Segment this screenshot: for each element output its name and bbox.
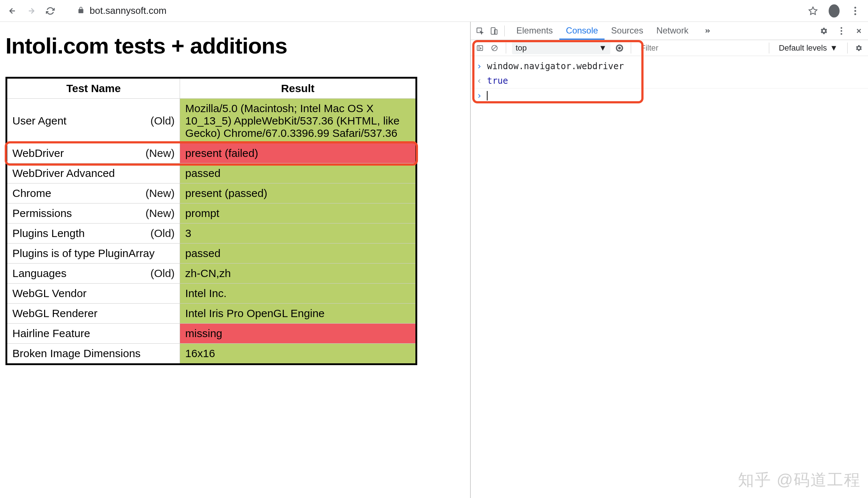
table-row: User Agent(Old)Mozilla/5.0 (Macintosh; I… [7,99,417,143]
devtools-menu-icon[interactable] [836,25,847,36]
table-row: Plugins is of type PluginArraypassed [7,244,417,264]
test-name-cell: WebDriver(New) [7,143,180,163]
console-output-line: ‹ true [471,74,868,88]
console-settings-icon[interactable] [853,43,864,54]
table-row: Plugins Length(Old)3 [7,224,417,244]
devtools-tab-sources[interactable]: Sources [605,22,650,40]
test-tag: (Old) [150,267,175,280]
test-name: WebGL Renderer [12,307,97,320]
device-toggle-icon[interactable] [488,25,499,36]
devtools-tab-elements[interactable]: Elements [510,22,559,40]
more-tabs-icon[interactable] [701,25,712,36]
svg-line-13 [493,46,496,50]
test-result-cell: 3 [180,224,417,244]
page-title: Intoli.com tests + additions [4,33,466,59]
test-name: Languages [12,267,66,280]
test-result-cell: Mozilla/5.0 (Macintosh; Intel Mac OS X 1… [180,99,417,143]
devtools-close-icon[interactable] [853,25,864,36]
bookmark-star-icon[interactable] [808,5,818,16]
test-name-cell: Permissions(New) [7,203,180,224]
test-result-cell: Intel Inc. [180,284,417,304]
test-name: Permissions [12,207,72,220]
address-bar[interactable]: bot.sannysoft.com [77,5,808,16]
test-name: Plugins is of type PluginArray [12,247,155,260]
devtools-tab-console[interactable]: Console [559,22,605,40]
live-expression-icon[interactable] [614,43,625,54]
table-row: WebDriver(New)present (failed) [7,143,417,163]
input-prompt-icon: › [477,91,482,101]
table-row: Broken Image Dimensions16x16 [7,344,417,364]
column-header-name: Test Name [7,78,180,99]
url-text: bot.sannysoft.com [90,5,167,16]
test-tag: (New) [145,207,175,220]
dropdown-icon: ▼ [599,43,607,53]
test-name: WebGL Vendor [12,287,86,300]
console-prompt-line[interactable]: › [471,88,868,103]
log-levels-select[interactable]: Default levels ▼ [775,42,841,54]
table-row: Hairline Featuremissing [7,324,417,344]
tests-table: Test Name Result User Agent(Old)Mozilla/… [5,77,417,365]
test-result-cell: present (passed) [180,183,417,203]
console-filter-input[interactable] [641,43,763,53]
output-prompt-icon: ‹ [477,76,482,86]
watermark: 知乎 @码道工程 [738,469,861,491]
forward-button[interactable] [26,6,36,16]
test-name-cell: User Agent(Old) [7,99,180,143]
test-name-cell: WebGL Renderer [7,304,180,324]
svg-point-14 [618,47,621,49]
console-cursor [487,91,488,100]
test-result-cell: passed [180,244,417,264]
devtools-settings-icon[interactable] [818,25,829,36]
inspect-element-icon[interactable] [474,25,485,36]
test-name-cell: Chrome(New) [7,183,180,203]
console-sidebar-toggle-icon[interactable] [474,43,485,54]
table-row: WebGL VendorIntel Inc. [7,284,417,304]
test-name-cell: Plugins Length(Old) [7,224,180,244]
svg-marker-0 [809,7,817,15]
test-name: WebDriver Advanced [12,167,115,179]
levels-label: Default levels [779,43,827,53]
reload-button[interactable] [45,6,55,16]
devtools-tab-network[interactable]: Network [650,22,695,40]
input-prompt-icon: › [477,61,482,71]
column-header-result: Result [180,78,417,99]
test-result-cell: prompt [180,203,417,224]
page-content: Intoli.com tests + additions Test Name R… [0,22,470,498]
test-name: WebDriver [12,147,64,159]
lock-icon [77,5,85,16]
console-input-line: › window.navigator.webdriver [471,59,868,74]
test-name-cell: WebGL Vendor [7,284,180,304]
devtools-tabs: ElementsConsoleSourcesNetwork [471,22,868,40]
test-name-cell: Broken Image Dimensions [7,344,180,364]
svg-point-3 [855,13,856,15]
test-tag: (Old) [150,115,175,127]
console-output-text: true [487,76,508,86]
table-row: WebGL RendererIntel Iris Pro OpenGL Engi… [7,304,417,324]
svg-point-7 [841,27,842,29]
test-name-cell: Plugins is of type PluginArray [7,244,180,264]
console-input-text: window.navigator.webdriver [487,61,624,71]
profile-avatar[interactable] [829,5,840,16]
test-name-cell: WebDriver Advanced [7,163,180,183]
svg-point-2 [855,10,856,12]
browser-menu-icon[interactable] [850,5,861,16]
test-name-cell: Hairline Feature [7,324,180,344]
devtools-panel: ElementsConsoleSourcesNetwork [470,22,868,498]
console-output: › window.navigator.webdriver ‹ true › [471,56,868,106]
console-toolbar: top ▼ Default levels ▼ [471,40,868,56]
test-result-cell: missing [180,324,417,344]
clear-console-icon[interactable] [489,43,500,54]
back-button[interactable] [7,6,17,16]
test-name: Broken Image Dimensions [12,347,141,360]
test-name: Chrome [12,187,51,199]
svg-rect-10 [477,46,483,50]
execution-context-select[interactable]: top ▼ [512,42,610,54]
table-row: Permissions(New)prompt [7,203,417,224]
table-row: Chrome(New)present (passed) [7,183,417,203]
dropdown-icon: ▼ [830,43,838,53]
test-name: Plugins Length [12,227,85,240]
test-tag: (New) [145,147,175,159]
test-result-cell: 16x16 [180,344,417,364]
table-row: WebDriver Advancedpassed [7,163,417,183]
context-label: top [516,43,527,53]
